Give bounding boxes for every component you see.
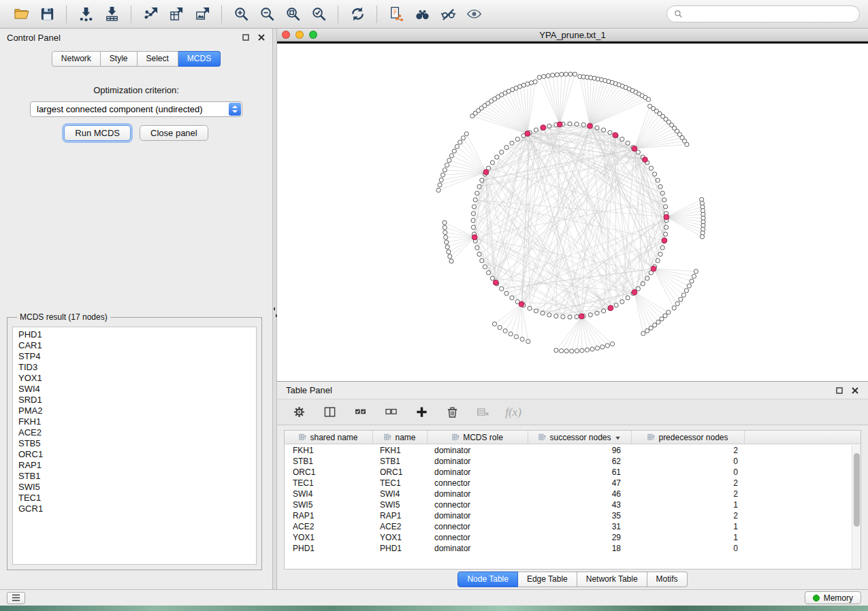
criterion-dropdown[interactable]: largest connected component (undirected) — [30, 101, 242, 117]
import-network-icon[interactable] — [73, 4, 99, 24]
cell-name: TEC1 — [373, 478, 428, 489]
mcds-result-item[interactable]: CAR1 — [13, 340, 256, 351]
cell-name: ACE2 — [373, 521, 428, 532]
tab-network-table[interactable]: Network Table — [577, 572, 647, 587]
mcds-result-item[interactable]: GCR1 — [13, 503, 256, 514]
column-header-mcds-role[interactable]: MCDS role — [428, 431, 528, 444]
import-table-icon[interactable] — [99, 4, 125, 24]
table-tabs: Node TableEdge TableNetwork TableMotifs — [457, 572, 687, 587]
run-mcds-button[interactable]: Run MCDS — [64, 125, 131, 141]
column-header-successor-nodes[interactable]: successor nodes — [528, 431, 632, 444]
network-title: YPA_prune.txt_1 — [277, 30, 868, 40]
float-panel-icon[interactable] — [242, 33, 250, 42]
close-panel-button[interactable]: Close panel — [140, 125, 208, 141]
cell-predecessor-nodes: 2 — [632, 445, 745, 456]
float-table-panel-icon[interactable] — [835, 386, 843, 395]
task-history-button[interactable] — [7, 592, 25, 604]
open-folder-icon[interactable] — [8, 4, 34, 24]
table-row[interactable]: STB1STB1dominator620 — [285, 456, 852, 467]
zoom-out-icon[interactable] — [254, 4, 280, 24]
tab-select[interactable]: Select — [138, 51, 178, 67]
tab-network[interactable]: Network — [52, 51, 101, 67]
search-input[interactable] — [687, 10, 852, 19]
mcds-result-item[interactable]: PHD1 — [13, 329, 256, 340]
share-document-icon[interactable] — [383, 4, 409, 24]
mcds-result-item[interactable]: TID3 — [13, 362, 256, 373]
close-panel-icon[interactable] — [257, 33, 266, 42]
column-header-shared-name[interactable]: shared name — [285, 431, 373, 444]
column-header-name[interactable]: name — [373, 431, 428, 444]
network-graph[interactable] — [277, 44, 868, 381]
mcds-result-item[interactable]: ACE2 — [13, 427, 256, 438]
table-scrollbar[interactable] — [852, 445, 861, 569]
deselect-all-icon[interactable] — [383, 404, 399, 420]
clear-table-icon[interactable] — [475, 404, 491, 420]
show-selected-icon[interactable] — [461, 4, 487, 24]
function-icon[interactable]: f(x) — [505, 404, 521, 420]
zoom-fit-icon[interactable] — [280, 4, 306, 24]
network-ring-nodes[interactable] — [436, 72, 705, 353]
mcds-result-list[interactable]: PHD1CAR1STP4TID3YOX1SWI4SRD1PMA2FKH1ACE2… — [12, 327, 257, 565]
mcds-result-item[interactable]: PMA2 — [13, 406, 256, 416]
zoom-selected-icon[interactable] — [306, 4, 332, 24]
table-row[interactable]: ORC1ORC1dominator610 — [285, 467, 852, 478]
mcds-result-item[interactable]: TEC1 — [13, 493, 256, 503]
tab-style[interactable]: Style — [101, 51, 138, 67]
cell-predecessor-nodes: 2 — [632, 489, 745, 499]
split-columns-icon[interactable] — [321, 404, 338, 420]
tab-edge-table[interactable]: Edge Table — [518, 572, 577, 587]
table-row[interactable]: FKH1FKH1dominator962 — [285, 445, 852, 456]
network-titlebar[interactable]: YPA_prune.txt_1 — [277, 29, 868, 42]
dropdown-stepper-icon — [229, 103, 241, 116]
tab-node-table[interactable]: Node Table — [457, 572, 518, 587]
tab-mcds[interactable]: MCDS — [178, 51, 221, 67]
mcds-result-item[interactable]: YOX1 — [13, 373, 256, 384]
export-network-icon[interactable] — [138, 4, 163, 24]
cell-predecessor-nodes: 0 — [632, 456, 745, 467]
delete-row-icon[interactable] — [444, 404, 460, 420]
table-row[interactable]: RAP1RAP1dominator352 — [285, 510, 852, 521]
close-window-icon[interactable] — [282, 31, 290, 39]
mcds-result-item[interactable]: ORC1 — [13, 449, 256, 460]
mcds-result-item[interactable]: FKH1 — [13, 416, 256, 427]
mcds-result-item[interactable]: STB1 — [13, 471, 256, 482]
mcds-result-title: MCDS result (17 nodes) — [17, 312, 110, 322]
export-table-icon[interactable] — [163, 4, 189, 24]
cell-mcds-role: connector — [428, 532, 528, 543]
save-icon[interactable] — [34, 4, 60, 24]
minimize-window-icon[interactable] — [295, 31, 304, 39]
hide-selected-icon[interactable] — [435, 4, 461, 24]
table-row[interactable]: TEC1TEC1connector472 — [285, 478, 852, 489]
column-header-predecessor-nodes[interactable]: predecessor nodes — [632, 431, 745, 444]
search-network-icon[interactable] — [409, 4, 435, 24]
optimization-label: Optimization criterion: — [0, 85, 272, 95]
mcds-result-item[interactable]: SWI5 — [13, 482, 256, 493]
mcds-result-item[interactable]: SRD1 — [13, 395, 256, 406]
memory-button[interactable]: Memory — [805, 591, 861, 604]
export-image-icon[interactable] — [189, 4, 215, 24]
table-row[interactable]: YOX1YOX1connector291 — [285, 532, 852, 543]
mcds-result-item[interactable]: RAP1 — [13, 460, 256, 471]
search-box[interactable] — [666, 5, 860, 22]
mcds-result-item[interactable]: STP4 — [13, 351, 256, 362]
table-row[interactable]: SWI5SWI5connector431 — [285, 499, 852, 510]
tab-motifs[interactable]: Motifs — [647, 572, 688, 587]
cell-name: RAP1 — [373, 510, 428, 521]
panel-splitter[interactable] — [272, 29, 277, 589]
close-table-panel-icon[interactable] — [851, 386, 859, 395]
table-row[interactable]: SWI4SWI4dominator462 — [285, 489, 852, 499]
mcds-result-item[interactable]: STB5 — [13, 438, 256, 449]
mcds-result-item[interactable]: SWI4 — [13, 384, 256, 395]
scrollbar-thumb[interactable] — [854, 453, 860, 527]
maximize-window-icon[interactable] — [309, 31, 317, 39]
zoom-in-icon[interactable] — [228, 4, 254, 24]
select-all-icon[interactable] — [352, 404, 368, 420]
table-row[interactable]: PHD1PHD1dominator180 — [285, 543, 852, 554]
gear-icon[interactable] — [291, 404, 307, 420]
table-row[interactable]: ACE2ACE2connector311 — [285, 521, 852, 532]
cell-successor-nodes: 31 — [528, 521, 632, 532]
add-row-icon[interactable] — [413, 404, 430, 420]
toolbar-separator — [66, 5, 67, 23]
cell-name: PHD1 — [373, 543, 428, 554]
refresh-layout-icon[interactable] — [344, 4, 370, 24]
